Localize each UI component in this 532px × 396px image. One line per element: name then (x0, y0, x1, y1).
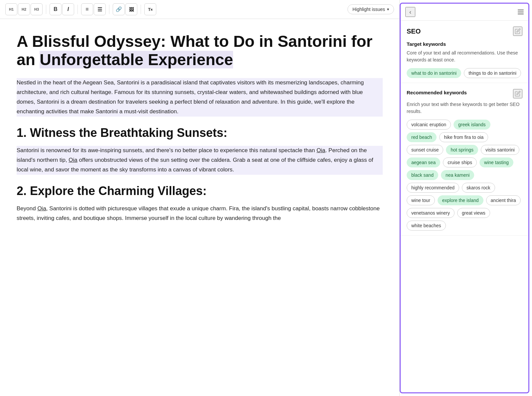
ordered-list-button[interactable]: ≡ (81, 3, 93, 15)
chevron-down-icon: ▾ (387, 7, 389, 12)
recommended-keyword-tag[interactable]: white beaches (407, 221, 446, 231)
divider-4 (141, 5, 141, 14)
para3-after: , Santorini is dotted with picturesque v… (17, 205, 380, 221)
pencil-icon (515, 28, 521, 34)
recommended-keywords-title: Recommended keywords (407, 90, 467, 95)
list-buttons: ≡ ☰ (81, 3, 106, 15)
para3-before: Beyond (17, 205, 37, 212)
target-keyword-tag[interactable]: what to do in santorini (407, 68, 461, 78)
divider-2 (77, 5, 78, 14)
editor-content[interactable]: A Blissful Odyssey: What to Do in Santor… (0, 19, 399, 396)
section-heading-1: 1. Witness the Breathtaking Sunsets: (17, 126, 383, 140)
recommended-keywords-section: Recommended keywords Enrich your text wi… (401, 83, 528, 236)
editor-panel: H1 H2 H3 B I ≡ ☰ 🔗 🖼 Tx Highlight i (0, 0, 400, 396)
recommended-keyword-tag[interactable]: greek islands (454, 120, 490, 130)
target-keywords-tags: what to do in santorinithings to do in s… (407, 68, 522, 78)
insert-buttons: 🔗 🖼 (113, 3, 137, 15)
divider-1 (46, 5, 46, 14)
section-heading-2: 2. Explore the Charming Villages: (17, 184, 383, 198)
seo-nav: ‹ (401, 4, 528, 21)
intro-paragraph: Nestled in the heart of the Aegean Sea, … (17, 78, 383, 117)
target-keywords-title: Target keywords (407, 41, 522, 47)
menu-icon[interactable] (518, 10, 524, 14)
oia-link-3[interactable]: Oia (37, 205, 46, 212)
pencil-icon-2 (515, 91, 521, 97)
link-button[interactable]: 🔗 (113, 3, 125, 15)
hamburger-line-2 (518, 12, 524, 12)
recommended-edit-button[interactable] (513, 89, 522, 98)
recommended-keyword-tag[interactable]: explore the island (438, 195, 483, 205)
hamburger-line-3 (518, 14, 524, 14)
recommended-keyword-tag[interactable]: ancient thira (486, 195, 521, 205)
oia-link-1[interactable]: Oia (317, 147, 325, 153)
recommended-keyword-tag[interactable]: wine tour (407, 195, 435, 205)
unordered-list-button[interactable]: ☰ (94, 3, 106, 15)
para2-before: Santorini is renowned for its awe-inspir… (17, 147, 317, 153)
seo-panel-title: SEO (407, 28, 421, 35)
highlight-label: Highlight issues (352, 7, 385, 12)
recommended-keywords-desc: Enrich your text with these keywords to … (407, 101, 522, 115)
back-button[interactable]: ‹ (405, 7, 415, 17)
h1-button[interactable]: H1 (5, 3, 17, 15)
oia-link-2[interactable]: Oia (68, 157, 77, 163)
recommended-keyword-tag[interactable]: wine tasting (479, 157, 513, 167)
bold-button[interactable]: B (50, 3, 62, 15)
title-highlighted: Unforgettable Experience (40, 51, 233, 68)
article-title: A Blissful Odyssey: What to Do in Santor… (17, 32, 383, 69)
recommended-keyword-tag[interactable]: nea kameni (441, 170, 474, 180)
recommended-keyword-tag[interactable]: hot springs (446, 145, 478, 155)
divider-3 (109, 5, 109, 14)
sunsets-paragraph: Santorini is renowned for its awe-inspir… (17, 146, 383, 175)
seo-edit-button[interactable] (513, 27, 522, 36)
target-keywords-desc: Core of your text and all recommendation… (407, 50, 522, 63)
villages-paragraph: Beyond Oia, Santorini is dotted with pic… (17, 204, 383, 223)
recommended-keyword-tag[interactable]: black sand (407, 170, 438, 180)
recommended-keyword-tag[interactable]: skaros rock (462, 183, 495, 193)
highlight-issues-dropdown[interactable]: Highlight issues ▾ (347, 4, 394, 14)
recommended-keyword-tag[interactable]: aegean sea (407, 157, 440, 167)
target-keyword-tag[interactable]: things to do in santorini (464, 68, 521, 78)
toolbar: H1 H2 H3 B I ≡ ☰ 🔗 🖼 Tx Highlight i (0, 0, 399, 19)
recommended-keyword-tag[interactable]: red beach (407, 132, 437, 142)
recommended-keywords-tags: volcanic eruptiongreek islandsred beachh… (407, 120, 522, 231)
h2-button[interactable]: H2 (18, 3, 30, 15)
clear-format-button[interactable]: Tx (144, 3, 156, 15)
hamburger-line-1 (518, 10, 524, 10)
seo-header-section: SEO Target keywords Core of your text an… (401, 21, 528, 83)
recommended-keyword-tag[interactable]: cruise ships (443, 157, 477, 167)
recommended-keyword-tag[interactable]: volcanic eruption (407, 120, 451, 130)
image-button[interactable]: 🖼 (125, 3, 137, 15)
recommended-keyword-tag[interactable]: hike from fira to oia (439, 132, 488, 142)
recommended-keyword-tag[interactable]: highly recommended (407, 183, 459, 193)
format-buttons: B I (50, 3, 74, 15)
recommended-keyword-tag[interactable]: visits santorini (481, 145, 519, 155)
h3-button[interactable]: H3 (31, 3, 43, 15)
italic-button[interactable]: I (62, 3, 74, 15)
heading-buttons: H1 H2 H3 (5, 3, 43, 15)
recommended-keyword-tag[interactable]: great views (457, 208, 490, 218)
seo-panel: ‹ SEO Target keywords Core of your text … (400, 3, 529, 393)
recommended-keyword-tag[interactable]: venetsanos winery (407, 208, 455, 218)
recommended-keyword-tag[interactable]: sunset cruise (407, 145, 443, 155)
